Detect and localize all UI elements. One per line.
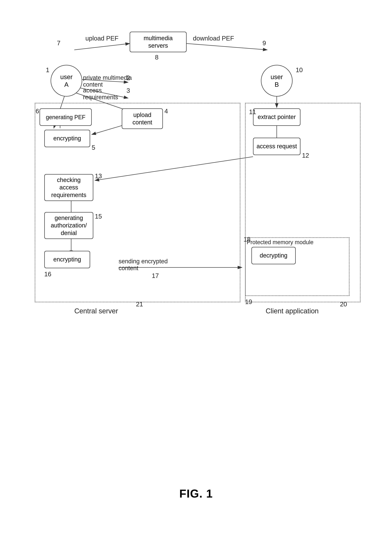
- generating-auth-box: generatingauthorization/denial: [44, 212, 93, 239]
- upload-content-box: uploadcontent: [122, 108, 163, 129]
- sending-encrypted-label: sending encryptedcontent: [119, 258, 168, 271]
- num-7: 7: [57, 40, 60, 47]
- num-1: 1: [46, 66, 49, 73]
- num-2: 2: [127, 74, 130, 81]
- multimedia-servers-box: multimediaservers: [130, 32, 187, 52]
- num-19: 19: [245, 298, 252, 306]
- generating-pef-box: generating PEF: [40, 108, 92, 126]
- svg-line-2: [187, 44, 267, 50]
- private-multimedia-label: private multimediacontent: [83, 74, 132, 88]
- num-11: 11: [249, 108, 256, 116]
- encrypting-top-box: encrypting: [44, 130, 90, 147]
- num-17: 17: [152, 272, 159, 279]
- upload-pef-label: upload PEF: [86, 35, 118, 42]
- num-20: 20: [340, 301, 347, 308]
- checking-access-box: checkingaccessrequirements: [44, 174, 93, 201]
- extract-pointer-box: extract pointer: [253, 108, 300, 126]
- user-b-circle: userB: [261, 65, 292, 96]
- num-21: 21: [136, 301, 143, 308]
- download-pef-label: download PEF: [193, 35, 234, 42]
- num-8: 8: [155, 54, 158, 61]
- num-5: 5: [92, 144, 95, 151]
- client-app-label: Client application: [266, 307, 319, 315]
- num-4: 4: [164, 108, 168, 115]
- num-9: 9: [263, 40, 266, 47]
- num-15: 15: [95, 213, 102, 220]
- access-request-box: access request: [253, 138, 300, 155]
- num-16: 16: [44, 271, 51, 278]
- user-a-circle: userA: [51, 65, 82, 96]
- num-10: 10: [296, 66, 303, 73]
- protected-memory-label: Protected memory module: [247, 239, 314, 246]
- num-13: 13: [95, 173, 102, 180]
- num-6: 6: [36, 108, 39, 115]
- decrypting-box: decrypting: [251, 247, 296, 264]
- diagram: multimediaservers 8 upload PEF 7 downloa…: [25, 19, 367, 510]
- protected-memory-region: [245, 237, 349, 296]
- num-12: 12: [302, 152, 309, 159]
- encrypting-bottom-box: encrypting: [44, 251, 90, 268]
- num-18: 18: [243, 236, 251, 243]
- fig-title: FIG. 1: [25, 487, 367, 500]
- svg-line-1: [74, 44, 130, 50]
- access-req-label: accessrequirements: [83, 87, 118, 101]
- central-server-label: Central server: [74, 307, 118, 315]
- num-3: 3: [127, 87, 130, 94]
